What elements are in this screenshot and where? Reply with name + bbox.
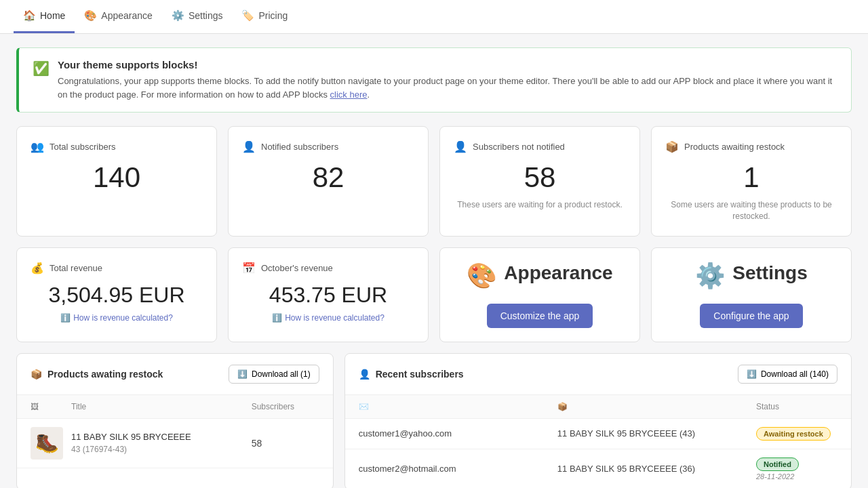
col-product-icon: 📦 (557, 402, 756, 411)
info-icon: ℹ️ (60, 313, 71, 323)
second-row: 💰 Total revenue 3,504.95 EUR ℹ️ How is r… (16, 247, 852, 342)
download-subscribers-label: Download all (140) (761, 369, 829, 379)
customize-app-button[interactable]: Customize the app (487, 304, 593, 328)
product-name: 11 BABY SILK 95 BRYCEEEE (71, 432, 252, 442)
subscribers-section: 👤 Recent subscribers ⬇️ Download all (14… (344, 353, 852, 488)
not-notified-icon: 👤 (454, 140, 467, 153)
awaiting-restock-value: 1 (665, 161, 837, 194)
october-revenue-info[interactable]: ℹ️ How is revenue calculated? (242, 313, 414, 323)
nav-pricing-label: Pricing (258, 10, 288, 21)
banner-title: Your theme supports blocks! (58, 59, 837, 70)
download-subscribers-button[interactable]: ⬇️ Download all (140) (738, 365, 837, 384)
nav-settings[interactable]: ⚙️ Settings (162, 0, 233, 33)
october-revenue-label: October's revenue (261, 263, 333, 273)
theme-blocks-banner: ✅ Your theme supports blocks! Congratula… (16, 47, 852, 113)
product-row[interactable]: 🥾 11 BABY SILK 95 BRYCEEEE 43 (176974-43… (17, 419, 333, 468)
subscriber-email-1: customer1@yahoo.com (359, 428, 557, 439)
download-subs-icon: ⬇️ (747, 369, 757, 379)
nav-settings-label: Settings (189, 10, 223, 21)
nav-appearance-label: Appearance (101, 10, 153, 21)
product-info: 11 BABY SILK 95 BRYCEEEE 43 (176974-43) (71, 432, 252, 454)
products-section-title: Products awating restock (47, 369, 163, 380)
notified-subscribers-card: 👤 Notified subscribers 82 (228, 126, 429, 237)
download-products-label: Download all (1) (252, 369, 311, 379)
subscribers-section-header: 👤 Recent subscribers ⬇️ Download all (14… (345, 354, 851, 395)
subscriber-row-1[interactable]: customer1@yahoo.com 11 BABY SILK 95 BRYC… (345, 419, 851, 449)
banner-success-icon: ✅ (33, 60, 50, 77)
awaiting-restock-label: Products awaiting restock (684, 142, 785, 152)
total-revenue-card: 💰 Total revenue 3,504.95 EUR ℹ️ How is r… (16, 247, 217, 342)
notified-badge: Notified (756, 458, 799, 471)
appearance-section-card: 🎨 Appearance Customize the app (439, 247, 640, 342)
settings-section-card: ⚙️ Settings Configure the app (651, 247, 852, 342)
notified-subscribers-value: 82 (242, 161, 414, 194)
subscriber-row-2[interactable]: customer2@hotmail.com 11 BABY SILK 95 BR… (345, 449, 851, 488)
col-status: Status (756, 402, 837, 411)
total-subscribers-value: 140 (31, 161, 203, 194)
total-revenue-info-text: How is revenue calculated? (73, 313, 173, 323)
nav-appearance[interactable]: 🎨 Appearance (75, 0, 162, 33)
col-title: Title (71, 402, 252, 411)
total-revenue-value: 3,504.95 EUR (31, 283, 203, 308)
bottom-row: 📦 Products awating restock ⬇️ Download a… (16, 353, 852, 488)
nav-home[interactable]: 🏠 Home (14, 0, 75, 33)
nav-home-label: Home (40, 10, 65, 21)
subscriber-product-1: 11 BABY SILK 95 BRYCEEEE (43) (557, 428, 756, 439)
subscriber-email-2: customer2@hotmail.com (359, 464, 557, 474)
download-icon: ⬇️ (237, 369, 248, 379)
subscribers-section-title: Recent subscribers (376, 369, 464, 380)
total-subscribers-icon: 👥 (31, 140, 44, 153)
pricing-icon: 🏷️ (241, 9, 254, 22)
home-icon: 🏠 (23, 9, 36, 22)
not-notified-value: 58 (454, 161, 626, 194)
navigation: 🏠 Home 🎨 Appearance ⚙️ Settings 🏷️ Prici… (0, 0, 868, 34)
total-subscribers-label: Total subscribers (50, 142, 116, 152)
subscribers-table-header: ✉️ 📦 Status (345, 395, 851, 419)
products-section-icon: 📦 (31, 369, 42, 380)
total-revenue-info[interactable]: ℹ️ How is revenue calculated? (31, 313, 203, 323)
banner-click-here-link[interactable]: click here (330, 89, 368, 100)
notified-subscribers-icon: 👤 (242, 140, 256, 153)
total-revenue-label: Total revenue (50, 263, 102, 273)
total-revenue-icon: 💰 (31, 262, 44, 274)
nav-pricing[interactable]: 🏷️ Pricing (232, 0, 297, 33)
total-subscribers-card: 👥 Total subscribers 140 (16, 126, 217, 237)
stats-grid: 👥 Total subscribers 140 👤 Notified subsc… (16, 126, 852, 237)
october-revenue-card: 📅 October's revenue 453.75 EUR ℹ️ How is… (228, 247, 429, 342)
notified-date: 28-11-2022 (756, 472, 837, 481)
settings-gear-icon: ⚙️ (695, 262, 726, 290)
appearance-section-title: Appearance (504, 262, 612, 284)
notified-subscribers-label: Notified subscribers (261, 142, 338, 152)
products-section: 📦 Products awating restock ⬇️ Download a… (16, 353, 334, 488)
subscriber-status-2: Notified 28-11-2022 (756, 458, 837, 481)
settings-icon: ⚙️ (172, 9, 184, 22)
products-table-header: 🖼 Title Subscribers (17, 395, 333, 419)
banner-body: Congratulations, your app supports theme… (58, 75, 837, 101)
subscribers-section-icon: 👤 (359, 369, 370, 380)
october-revenue-value: 453.75 EUR (242, 283, 414, 308)
appearance-icon: 🎨 (84, 9, 97, 22)
configure-app-button[interactable]: Configure the app (700, 304, 802, 328)
awaiting-restock-icon: 📦 (665, 140, 679, 153)
not-notified-label: Subscribers not notified (473, 142, 565, 152)
not-notified-card: 👤 Subscribers not notified 58 These user… (439, 126, 640, 237)
product-image: 🥾 (31, 427, 63, 460)
october-revenue-icon: 📅 (242, 262, 256, 274)
awaiting-restock-desc: Some users are waiting these products to… (665, 199, 837, 222)
col-img: 🖼 (31, 402, 71, 411)
product-subscribers: 58 (252, 438, 319, 449)
download-products-button[interactable]: ⬇️ Download all (1) (229, 365, 319, 384)
subscriber-product-2: 11 BABY SILK 95 BRYCEEEE (36) (557, 464, 756, 474)
main-content: ✅ Your theme supports blocks! Congratula… (0, 34, 868, 488)
col-email-icon: ✉️ (359, 402, 557, 411)
not-notified-desc: These users are waiting for a product re… (454, 199, 626, 211)
subscriber-status-1: Awaiting restock (756, 427, 837, 441)
info-icon-2: ℹ️ (272, 313, 282, 323)
col-subscribers: Subscribers (252, 402, 319, 411)
products-section-header: 📦 Products awating restock ⬇️ Download a… (17, 354, 333, 395)
appearance-palette-icon: 🎨 (467, 262, 497, 290)
awaiting-restock-badge: Awaiting restock (756, 427, 831, 441)
settings-section-title: Settings (732, 262, 807, 284)
banner-text-content: Your theme supports blocks! Congratulati… (58, 59, 837, 101)
product-sku: 43 (176974-43) (71, 445, 252, 454)
